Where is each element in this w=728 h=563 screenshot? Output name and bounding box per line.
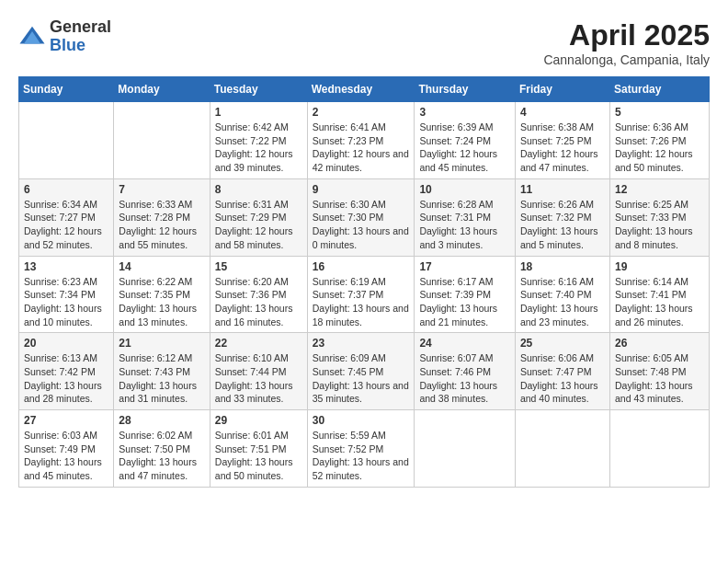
calendar-cell: 16Sunrise: 6:19 AMSunset: 7:37 PMDayligh…	[307, 256, 415, 333]
cell-info: Sunrise: 6:10 AMSunset: 7:44 PMDaylight:…	[215, 351, 302, 406]
cell-info: Sunrise: 6:16 AMSunset: 7:40 PMDaylight:…	[520, 275, 605, 329]
cell-info: Sunrise: 6:22 AMSunset: 7:35 PMDaylight:…	[119, 275, 204, 329]
day-number: 15	[215, 260, 302, 273]
cell-info: Sunrise: 6:31 AMSunset: 7:29 PMDaylight:…	[215, 198, 302, 252]
day-number: 22	[215, 337, 302, 350]
day-number: 28	[119, 414, 204, 427]
cell-info: Sunrise: 6:38 AMSunset: 7:25 PMDaylight:…	[520, 121, 605, 175]
calendar-cell: 12Sunrise: 6:25 AMSunset: 7:33 PMDayligh…	[609, 178, 709, 256]
calendar-cell: 30Sunrise: 5:59 AMSunset: 7:52 PMDayligh…	[307, 410, 415, 488]
day-number: 5	[615, 106, 704, 119]
day-number: 2	[313, 106, 410, 119]
day-number: 11	[520, 183, 605, 196]
calendar-cell: 11Sunrise: 6:26 AMSunset: 7:32 PMDayligh…	[515, 178, 609, 256]
column-header-tuesday: Tuesday	[210, 77, 307, 102]
calendar-cell	[19, 102, 114, 179]
day-number: 3	[419, 106, 510, 119]
cell-info: Sunrise: 6:42 AMSunset: 7:22 PMDaylight:…	[215, 121, 302, 175]
column-header-thursday: Thursday	[415, 77, 516, 102]
cell-info: Sunrise: 6:33 AMSunset: 7:28 PMDaylight:…	[119, 198, 204, 252]
day-number: 27	[24, 414, 108, 427]
cell-info: Sunrise: 6:30 AMSunset: 7:30 PMDaylight:…	[313, 198, 410, 252]
day-number: 26	[615, 337, 704, 350]
column-header-friday: Friday	[515, 77, 609, 102]
day-number: 4	[520, 106, 605, 119]
calendar-cell: 28Sunrise: 6:02 AMSunset: 7:50 PMDayligh…	[114, 410, 210, 488]
calendar-cell: 18Sunrise: 6:16 AMSunset: 7:40 PMDayligh…	[515, 256, 609, 333]
column-header-saturday: Saturday	[609, 77, 709, 102]
day-number: 17	[419, 260, 510, 273]
day-number: 20	[24, 337, 108, 350]
page-header: General Blue April 2025 Cannalonga, Camp…	[18, 18, 710, 67]
day-number: 12	[615, 183, 704, 196]
calendar-cell: 29Sunrise: 6:01 AMSunset: 7:51 PMDayligh…	[210, 410, 307, 488]
calendar-week-5: 27Sunrise: 6:03 AMSunset: 7:49 PMDayligh…	[19, 410, 710, 488]
day-number: 7	[119, 183, 204, 196]
cell-info: Sunrise: 6:26 AMSunset: 7:32 PMDaylight:…	[520, 198, 605, 252]
calendar-cell: 7Sunrise: 6:33 AMSunset: 7:28 PMDaylight…	[114, 178, 210, 256]
cell-info: Sunrise: 6:14 AMSunset: 7:41 PMDaylight:…	[615, 275, 704, 329]
calendar-cell: 8Sunrise: 6:31 AMSunset: 7:29 PMDaylight…	[210, 178, 307, 256]
location: Cannalonga, Campania, Italy	[543, 52, 710, 67]
calendar-cell: 21Sunrise: 6:12 AMSunset: 7:43 PMDayligh…	[114, 333, 210, 410]
calendar-cell: 25Sunrise: 6:06 AMSunset: 7:47 PMDayligh…	[515, 333, 609, 410]
calendar-cell: 6Sunrise: 6:34 AMSunset: 7:27 PMDaylight…	[19, 178, 114, 256]
logo-blue: Blue	[50, 36, 85, 54]
cell-info: Sunrise: 6:09 AMSunset: 7:45 PMDaylight:…	[313, 351, 410, 406]
calendar-cell: 5Sunrise: 6:36 AMSunset: 7:26 PMDaylight…	[609, 102, 709, 179]
cell-info: Sunrise: 6:03 AMSunset: 7:49 PMDaylight:…	[24, 429, 108, 483]
logo-text: General Blue	[50, 18, 111, 55]
cell-info: Sunrise: 6:39 AMSunset: 7:24 PMDaylight:…	[419, 121, 510, 175]
calendar-cell: 24Sunrise: 6:07 AMSunset: 7:46 PMDayligh…	[415, 333, 516, 410]
calendar-week-1: 1Sunrise: 6:42 AMSunset: 7:22 PMDaylight…	[19, 102, 710, 179]
calendar-cell: 26Sunrise: 6:05 AMSunset: 7:48 PMDayligh…	[609, 333, 709, 410]
column-header-wednesday: Wednesday	[307, 77, 415, 102]
title-area: April 2025 Cannalonga, Campania, Italy	[543, 18, 710, 67]
column-header-sunday: Sunday	[19, 77, 114, 102]
calendar-cell	[114, 102, 210, 179]
calendar-cell: 2Sunrise: 6:41 AMSunset: 7:23 PMDaylight…	[307, 102, 415, 179]
cell-info: Sunrise: 6:20 AMSunset: 7:36 PMDaylight:…	[215, 275, 302, 329]
month-title: April 2025	[543, 18, 710, 52]
cell-info: Sunrise: 6:17 AMSunset: 7:39 PMDaylight:…	[419, 275, 510, 329]
cell-info: Sunrise: 6:36 AMSunset: 7:26 PMDaylight:…	[615, 121, 704, 175]
cell-info: Sunrise: 6:34 AMSunset: 7:27 PMDaylight:…	[24, 198, 108, 252]
day-number: 1	[215, 106, 302, 119]
day-number: 8	[215, 183, 302, 196]
cell-info: Sunrise: 5:59 AMSunset: 7:52 PMDaylight:…	[313, 429, 410, 483]
calendar-cell	[609, 410, 709, 488]
cell-info: Sunrise: 6:07 AMSunset: 7:46 PMDaylight:…	[419, 351, 510, 406]
cell-info: Sunrise: 6:13 AMSunset: 7:42 PMDaylight:…	[24, 351, 108, 406]
day-number: 29	[215, 414, 302, 427]
day-number: 10	[419, 183, 510, 196]
day-number: 14	[119, 260, 204, 273]
logo: General Blue	[18, 18, 111, 55]
logo-general: General	[50, 17, 111, 36]
cell-info: Sunrise: 6:41 AMSunset: 7:23 PMDaylight:…	[313, 121, 410, 175]
calendar-cell: 14Sunrise: 6:22 AMSunset: 7:35 PMDayligh…	[114, 256, 210, 333]
calendar-cell: 23Sunrise: 6:09 AMSunset: 7:45 PMDayligh…	[307, 333, 415, 410]
day-number: 18	[520, 260, 605, 273]
cell-info: Sunrise: 6:02 AMSunset: 7:50 PMDaylight:…	[119, 429, 204, 483]
day-number: 6	[24, 183, 108, 196]
day-number: 25	[520, 337, 605, 350]
cell-info: Sunrise: 6:12 AMSunset: 7:43 PMDaylight:…	[119, 351, 204, 406]
calendar-cell: 9Sunrise: 6:30 AMSunset: 7:30 PMDaylight…	[307, 178, 415, 256]
calendar-cell: 27Sunrise: 6:03 AMSunset: 7:49 PMDayligh…	[19, 410, 114, 488]
day-number: 9	[313, 183, 410, 196]
calendar-cell: 13Sunrise: 6:23 AMSunset: 7:34 PMDayligh…	[19, 256, 114, 333]
calendar-cell: 20Sunrise: 6:13 AMSunset: 7:42 PMDayligh…	[19, 333, 114, 410]
calendar-cell: 22Sunrise: 6:10 AMSunset: 7:44 PMDayligh…	[210, 333, 307, 410]
calendar-cell: 4Sunrise: 6:38 AMSunset: 7:25 PMDaylight…	[515, 102, 609, 179]
calendar-week-2: 6Sunrise: 6:34 AMSunset: 7:27 PMDaylight…	[19, 178, 710, 256]
header-row: SundayMondayTuesdayWednesdayThursdayFrid…	[19, 77, 710, 102]
calendar-cell: 17Sunrise: 6:17 AMSunset: 7:39 PMDayligh…	[415, 256, 516, 333]
cell-info: Sunrise: 6:19 AMSunset: 7:37 PMDaylight:…	[313, 275, 410, 329]
calendar-cell: 1Sunrise: 6:42 AMSunset: 7:22 PMDaylight…	[210, 102, 307, 179]
calendar-cell	[515, 410, 609, 488]
cell-info: Sunrise: 6:01 AMSunset: 7:51 PMDaylight:…	[215, 429, 302, 483]
logo-icon	[18, 23, 46, 51]
cell-info: Sunrise: 6:05 AMSunset: 7:48 PMDaylight:…	[615, 351, 704, 406]
day-number: 16	[313, 260, 410, 273]
day-number: 13	[24, 260, 108, 273]
